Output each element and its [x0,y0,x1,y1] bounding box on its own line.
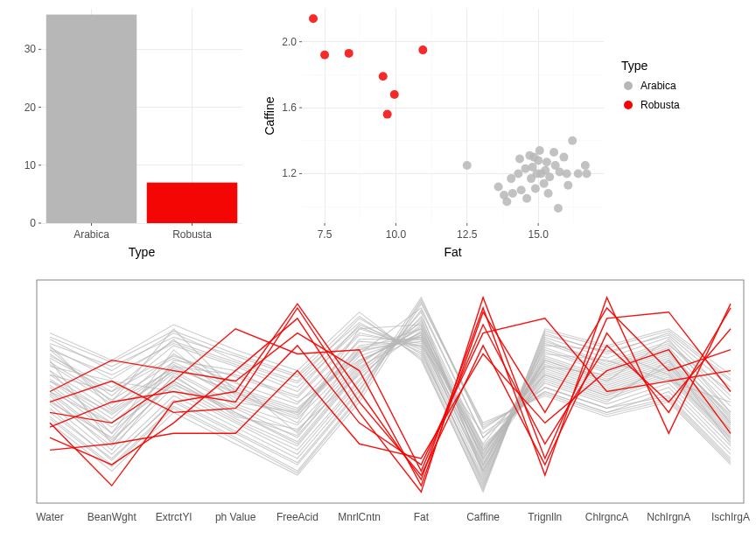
parallel-axis-label: IschIrgA [711,511,750,523]
scatter-point-Arabica [568,136,577,145]
parallel-axis-label: Trignlln [528,511,562,523]
parallel-line-Arabica [50,308,731,438]
parallel-line-Arabica [50,318,731,480]
scatter-y-tick: 2.0 [282,36,297,48]
scatter-point-Arabica [559,153,568,162]
parallel-axis-label: Water [36,511,64,523]
scatter-point-Arabica [544,189,553,198]
scatter-point-Robusta [379,72,388,80]
parallel-axis-label: FreeAcid [276,511,318,523]
scatter-ylabel: Caffine [262,96,276,135]
scatter-point-Arabica [574,169,583,178]
scatter-point-Arabica [494,183,503,192]
scatter-point-Arabica [507,174,515,183]
scatter-point-Arabica [534,156,542,164]
scatter-point-Arabica [531,184,540,192]
bar-Arabica [46,15,137,223]
scatter-point-Arabica [508,189,517,198]
scatter-point-Arabica [542,158,551,166]
bar-x-tick: Arabica [74,228,109,241]
scatter-point-Robusta [320,51,329,60]
bar-y-tick: 20 [24,102,37,114]
bar-y-tick: 30 [24,43,37,55]
scatter-point-Arabica [540,179,549,188]
scatter-point-Arabica [517,186,526,194]
parallel-axis-label: BeanWght [88,511,137,523]
legend-label-Arabica: Arabica [640,80,676,92]
bar-y-tick: 0 [30,217,36,229]
legend-title: Type [621,59,648,73]
scatter-point-Arabica [463,161,472,170]
legend-swatch-Robusta [624,101,633,109]
parallel-axis-label: Caffine [466,511,500,523]
scatter-y-tick: 1.2 [282,167,297,179]
scatter-point-Robusta [390,90,399,99]
legend-swatch-Arabica [624,81,633,90]
scatter-x-tick: 12.5 [457,228,478,241]
scatter-point-Arabica [515,155,524,164]
scatter-point-Arabica [564,181,572,190]
bar-y-tick: 10 [24,159,37,172]
scatter-point-Arabica [514,169,522,178]
scatter-point-Arabica [545,172,554,181]
bar-Robusta [147,183,238,223]
parallel-axis-label: NchIrgnA [647,511,690,523]
scatter-point-Robusta [309,14,318,23]
scatter-point-Robusta [345,49,354,58]
scatter-x-tick: 7.5 [318,228,332,241]
parallel-axis-label: ph Value [215,511,256,523]
scatter-y-tick: 1.6 [282,102,297,114]
parallel-axis-label: MnrlCntn [338,511,381,523]
scatter-point-Robusta [383,110,392,119]
parallel-axis-label: ExtrctYl [156,511,192,523]
scatter-point-Arabica [554,204,563,213]
bar-xlabel: Type [129,245,156,259]
parallel-axis-label: ChlrgncA [585,511,628,523]
scatter-point-Arabica [502,198,511,206]
legend-label-Robusta: Robusta [640,99,680,111]
scatter-xlabel: Fat [444,245,461,259]
scatter-point-Arabica [582,169,591,178]
scatter-x-tick: 15.0 [528,228,549,241]
scatter-panel [302,9,604,223]
scatter-point-Arabica [550,148,558,157]
bar-x-tick: Robusta [172,228,212,241]
scatter-point-Robusta [418,46,427,54]
parallel-axis-label: Fat [414,511,430,523]
scatter-point-Arabica [563,169,571,178]
scatter-point-Arabica [536,146,544,155]
scatter-point-Arabica [581,161,590,170]
scatter-point-Arabica [522,194,531,203]
scatter-x-tick: 10.0 [386,228,407,241]
